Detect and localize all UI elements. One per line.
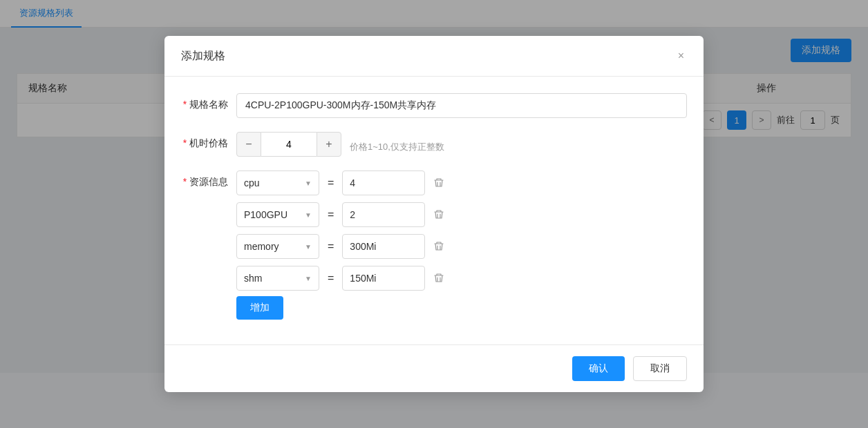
dropdown-arrow-0: ▼ xyxy=(305,179,312,187)
dialog-close-button[interactable]: × xyxy=(675,47,687,65)
dropdown-arrow-1: ▼ xyxy=(305,211,312,219)
resource-row-memory: memory ▼ = xyxy=(236,234,687,259)
price-stepper: − + xyxy=(236,132,341,157)
equal-3: = xyxy=(325,272,337,284)
resource-control: cpu ▼ = xyxy=(236,171,687,320)
resource-type-select-2[interactable]: memory ▼ xyxy=(236,234,319,259)
resource-value-input-1[interactable] xyxy=(342,202,425,227)
price-increase-btn[interactable]: + xyxy=(317,132,341,157)
dialog-body: 规格名称 机时价格 − + 价格1~10,仅支持正整数 xyxy=(164,77,704,344)
resource-delete-btn-2[interactable] xyxy=(431,238,447,255)
price-label: 机时价格 xyxy=(181,132,236,150)
dialog-header: 添加规格 × xyxy=(164,36,704,77)
resource-label: 资源信息 xyxy=(181,171,236,188)
resource-value-input-0[interactable] xyxy=(342,171,425,195)
resource-info-row: 资源信息 cpu ▼ = xyxy=(181,171,687,320)
resource-type-select-0[interactable]: cpu ▼ xyxy=(236,171,319,195)
equal-2: = xyxy=(325,240,337,253)
modal-overlay: 添加规格 × 规格名称 机时价格 − xyxy=(0,0,868,428)
resource-type-label-2: memory xyxy=(244,241,279,252)
resource-type-select-1[interactable]: P100GPU ▼ xyxy=(236,202,319,227)
dropdown-arrow-2: ▼ xyxy=(305,243,312,251)
page-background: 资源规格列表 添加规格 规格名称 操作 10 条/页 20 条/页 50 条/页… xyxy=(0,0,868,428)
dialog-title: 添加规格 xyxy=(181,49,225,64)
resource-type-select-3[interactable]: shm ▼ xyxy=(236,266,319,291)
price-input[interactable] xyxy=(261,132,317,157)
resource-delete-btn-1[interactable] xyxy=(431,206,447,223)
spec-name-input[interactable] xyxy=(236,93,687,118)
resource-row-gpu: P100GPU ▼ = xyxy=(236,202,687,227)
equal-1: = xyxy=(325,208,337,221)
cancel-button[interactable]: 取消 xyxy=(633,356,687,381)
add-spec-dialog: 添加规格 × 规格名称 机时价格 − xyxy=(164,36,704,392)
resource-rows-container: cpu ▼ = xyxy=(236,171,687,291)
resource-row-shm: shm ▼ = xyxy=(236,266,687,291)
add-resource-row-button[interactable]: 增加 xyxy=(236,296,283,320)
resource-value-input-3[interactable] xyxy=(342,266,425,291)
resource-row-cpu: cpu ▼ = xyxy=(236,171,687,195)
price-row: 机时价格 − + 价格1~10,仅支持正整数 xyxy=(181,132,687,157)
dialog-footer: 确认 取消 xyxy=(164,344,704,392)
price-decrease-btn[interactable]: − xyxy=(236,132,261,157)
spec-name-row: 规格名称 xyxy=(181,93,687,118)
resource-type-label-3: shm xyxy=(244,273,262,284)
price-control: − + 价格1~10,仅支持正整数 xyxy=(236,132,687,157)
resource-value-input-2[interactable] xyxy=(342,234,425,259)
confirm-button[interactable]: 确认 xyxy=(572,356,625,381)
equal-0: = xyxy=(325,177,337,189)
resource-delete-btn-0[interactable] xyxy=(431,175,447,191)
price-hint: 价格1~10,仅支持正整数 xyxy=(350,135,444,153)
resource-type-label-0: cpu xyxy=(244,177,260,188)
spec-name-label: 规格名称 xyxy=(181,93,236,111)
resource-delete-btn-3[interactable] xyxy=(431,270,447,286)
dropdown-arrow-3: ▼ xyxy=(305,275,312,282)
resource-type-label-1: P100GPU xyxy=(244,209,287,220)
spec-name-control xyxy=(236,93,687,118)
